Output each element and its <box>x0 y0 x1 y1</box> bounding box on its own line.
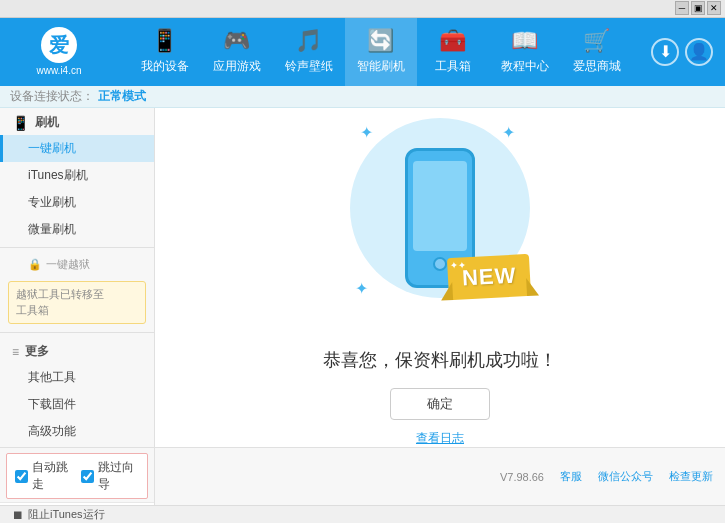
logo-url: www.i4.cn <box>36 65 81 76</box>
footer-status-bar: ⏹ 阻止iTunes运行 <box>0 505 725 523</box>
stop-itunes-label: 阻止iTunes运行 <box>28 507 105 522</box>
confirm-button[interactable]: 确定 <box>390 388 490 420</box>
close-button[interactable]: ✕ <box>707 1 721 15</box>
auto-jump-input[interactable] <box>15 470 28 483</box>
onekey-flash-label: 一键刷机 <box>28 141 76 155</box>
sidebar-divider-2 <box>0 332 154 333</box>
title-bar: ─ ▣ ✕ <box>0 0 725 18</box>
phone-screen <box>413 161 467 251</box>
conn-status-value: 正常模式 <box>98 88 146 105</box>
new-badge-text: NEW <box>461 263 517 291</box>
sidebar-section-flash: 📱 刷机 <box>0 108 154 135</box>
shop-icon: 🛒 <box>583 28 610 54</box>
ribbon-tail-right <box>526 278 539 297</box>
customer-service-link[interactable]: 客服 <box>560 469 582 484</box>
nav-toolbox-label: 工具箱 <box>435 58 471 75</box>
itunes-flash-label: iTunes刷机 <box>28 168 88 182</box>
pro-flash-label: 专业刷机 <box>28 195 76 209</box>
skip-wizard-label: 跳过向导 <box>98 459 139 493</box>
nav-tutorial-label: 教程中心 <box>501 58 549 75</box>
wechat-link[interactable]: 微信公众号 <box>598 469 653 484</box>
nav-my-device-label: 我的设备 <box>141 58 189 75</box>
user-button[interactable]: 👤 <box>685 38 713 66</box>
logo-area[interactable]: 爱 www.i4.cn <box>0 18 110 86</box>
header-right: ⬇ 👤 <box>651 38 725 66</box>
flash-icon: 🔄 <box>367 28 394 54</box>
nav-shop[interactable]: 🛒 爱思商城 <box>561 18 633 86</box>
skip-wizard-input[interactable] <box>81 470 94 483</box>
sidebar-item-pro-flash[interactable]: 专业刷机 <box>0 189 154 216</box>
apps-icon: 🎮 <box>223 28 250 54</box>
sidebar: 📱 刷机 一键刷机 iTunes刷机 专业刷机 微量刷机 🔒 一键越狱 越狱工具… <box>0 108 155 447</box>
minimize-button[interactable]: ─ <box>675 1 689 15</box>
nav-smart-flash[interactable]: 🔄 智能刷机 <box>345 18 417 86</box>
nav-ringtone-label: 铃声壁纸 <box>285 58 333 75</box>
more-section-icon: ≡ <box>12 345 19 359</box>
phone-icon: 📱 <box>151 28 178 54</box>
sidebar-item-download-fw[interactable]: 下载固件 <box>0 391 154 418</box>
auto-jump-checkbox[interactable]: 自动跳走 <box>15 459 73 493</box>
micro-flash-label: 微量刷机 <box>28 222 76 236</box>
stop-itunes-button[interactable]: ⏹ 阻止iTunes运行 <box>12 507 105 522</box>
sidebar-item-itunes-flash[interactable]: iTunes刷机 <box>0 162 154 189</box>
content-main: ✦ ✦ ✦ ✦✦ NEW <box>155 108 725 447</box>
nav-toolbox[interactable]: 🧰 工具箱 <box>417 18 489 86</box>
content-area: ✦ ✦ ✦ ✦✦ NEW <box>155 108 725 447</box>
lock-icon: 🔒 <box>28 258 42 271</box>
sidebar-item-jailbreak: 🔒 一键越狱 <box>0 252 154 277</box>
success-content: ✦ ✦ ✦ ✦✦ NEW <box>323 108 557 447</box>
connection-status: 设备连接状态： 正常模式 <box>0 86 725 109</box>
sparkle-icon-1: ✦ <box>360 123 373 142</box>
download-fw-label: 下载固件 <box>28 397 76 411</box>
nav-apps-label: 应用游戏 <box>213 58 261 75</box>
phone-home-btn <box>433 257 447 271</box>
nav-smart-flash-label: 智能刷机 <box>357 58 405 75</box>
logo-icon: 爱 <box>41 27 77 63</box>
bottom-left: 自动跳走 跳过向导 📱 iPhone 12 mini 64GB Down-12m… <box>0 448 155 505</box>
jailbreak-label: 一键越狱 <box>46 257 90 272</box>
nav-bar: 📱 我的设备 🎮 应用游戏 🎵 铃声壁纸 🔄 智能刷机 🧰 工具箱 📖 <box>110 18 651 86</box>
window-controls: ─ ▣ ✕ <box>675 1 721 15</box>
auto-jump-label: 自动跳走 <box>32 459 73 493</box>
bottom-right: V7.98.66 客服 微信公众号 检查更新 <box>155 448 725 505</box>
flash-section-icon: 📱 <box>12 115 29 131</box>
nav-ringtone[interactable]: 🎵 铃声壁纸 <box>273 18 345 86</box>
sidebar-section-more: ≡ 更多 <box>0 337 154 364</box>
nav-shop-label: 爱思商城 <box>573 58 621 75</box>
ringtone-icon: 🎵 <box>295 28 322 54</box>
sidebar-divider-1 <box>0 247 154 248</box>
stop-icon: ⏹ <box>12 508 24 522</box>
toolbox-icon: 🧰 <box>439 28 466 54</box>
ribbon-tail-left <box>440 282 453 301</box>
mid-area: 📱 刷机 一键刷机 iTunes刷机 专业刷机 微量刷机 🔒 一键越狱 越狱工具… <box>0 108 725 447</box>
download-button[interactable]: ⬇ <box>651 38 679 66</box>
advanced-label: 高级功能 <box>28 424 76 438</box>
more-section-label: 更多 <box>25 343 49 360</box>
sidebar-section-flash-label: 刷机 <box>35 114 59 131</box>
daily-log-link[interactable]: 查看日志 <box>416 430 464 447</box>
nav-my-device[interactable]: 📱 我的设备 <box>129 18 201 86</box>
sidebar-item-onekey-flash[interactable]: 一键刷机 <box>0 135 154 162</box>
other-tools-label: 其他工具 <box>28 370 76 384</box>
checkbox-row: 自动跳走 跳过向导 <box>6 453 148 499</box>
nav-tutorial[interactable]: 📖 教程中心 <box>489 18 561 86</box>
maximize-button[interactable]: ▣ <box>691 1 705 15</box>
sidebar-item-other-tools[interactable]: 其他工具 <box>0 364 154 391</box>
version-label: V7.98.66 <box>500 471 544 483</box>
ribbon-body: ✦✦ NEW <box>447 254 531 300</box>
new-ribbon: ✦✦ NEW <box>448 256 530 298</box>
header: 爱 www.i4.cn 📱 我的设备 🎮 应用游戏 🎵 铃声壁纸 🔄 智能刷机 <box>0 18 725 86</box>
conn-status-label: 设备连接状态： <box>10 88 94 105</box>
sidebar-item-advanced[interactable]: 高级功能 <box>0 418 154 445</box>
app-window: ─ ▣ ✕ 爱 www.i4.cn 📱 我的设备 🎮 应用游戏 🎵 铃声壁纸 <box>0 0 725 523</box>
notice-box: 越狱工具已转移至 工具箱 <box>8 281 146 324</box>
skip-wizard-checkbox[interactable]: 跳过向导 <box>81 459 139 493</box>
tutorial-icon: 📖 <box>511 28 538 54</box>
success-message: 恭喜您，保资料刷机成功啦！ <box>323 348 557 372</box>
sparkle-icon-2: ✦ <box>502 123 515 142</box>
check-update-link[interactable]: 检查更新 <box>669 469 713 484</box>
sparkle-icon-3: ✦ <box>355 279 368 298</box>
sidebar-item-micro-flash[interactable]: 微量刷机 <box>0 216 154 243</box>
status-info: V7.98.66 客服 微信公众号 检查更新 <box>500 469 713 484</box>
nav-apps[interactable]: 🎮 应用游戏 <box>201 18 273 86</box>
